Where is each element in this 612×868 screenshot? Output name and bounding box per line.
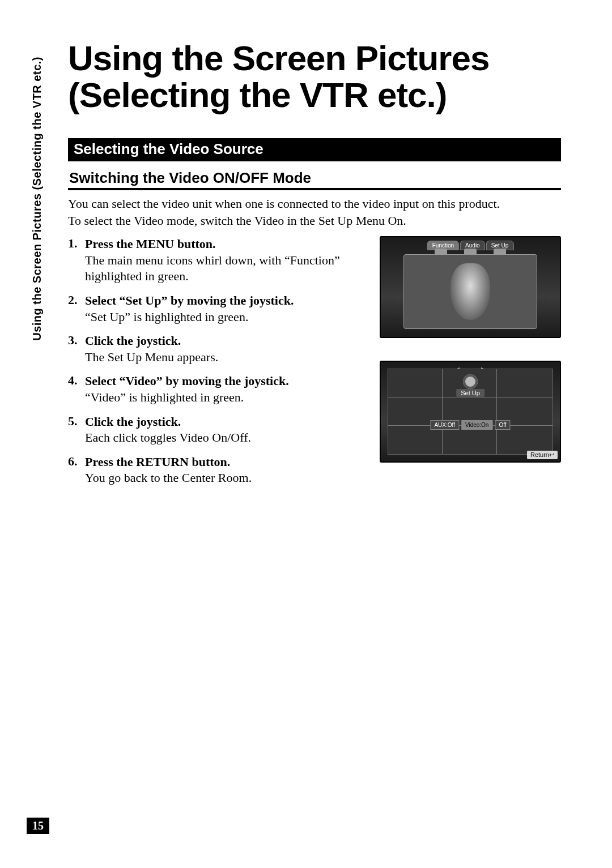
two-column-layout: Press the MENU button. The main menu ico… xyxy=(68,236,561,494)
step-item: Press the RETURN button. You go back to … xyxy=(68,454,365,486)
step-item: Press the MENU button. The main menu ico… xyxy=(68,236,365,285)
steps-list: Press the MENU button. The main menu ico… xyxy=(68,236,365,486)
figure2-setup-label: Set Up xyxy=(456,389,484,397)
step-desc: “Video” is highlighted in green. xyxy=(85,390,365,406)
figure2-opt-video: Video:On xyxy=(461,420,493,430)
manual-page: Using the Screen Pictures (Selecting the… xyxy=(0,0,612,868)
intro-line2: To select the Video mode, switch the Vid… xyxy=(68,213,561,229)
step-desc: You go back to the Center Room. xyxy=(85,470,365,486)
figure2-return-label: Return↩ xyxy=(527,451,558,459)
figure2-opt-aux: AUX:Off xyxy=(430,420,459,430)
step-item: Select “Video” by moving the joystick. “… xyxy=(68,373,365,405)
figure2-options: AUX:Off Video:On Off xyxy=(430,420,510,430)
intro-line1: You can select the video unit when one i… xyxy=(68,196,561,212)
step-desc: Each click toggles Video On/Off. xyxy=(85,430,365,446)
figure1-preview-panel xyxy=(403,254,537,329)
steps-column: Press the MENU button. The main menu ico… xyxy=(68,236,365,494)
subsection-title: Switching the Video ON/OFF Mode xyxy=(68,169,561,190)
page-number: 15 xyxy=(27,818,49,834)
step-item: Click the joystick. The Set Up Menu appe… xyxy=(68,333,365,365)
gear-icon xyxy=(463,374,478,389)
page-content: Using the Screen Pictures (Selecting the… xyxy=(68,40,561,494)
step-title: Select “Set Up” by moving the joystick. xyxy=(85,293,365,309)
figure-setup-menu: ◄ ► Set Up AUX:Off Video:On Off Return↩ xyxy=(380,361,561,463)
figure2-opt-off: Off xyxy=(495,420,510,430)
step-desc: The main menu icons whirl down, with “Fu… xyxy=(85,253,365,285)
step-title: Press the MENU button. xyxy=(85,236,365,253)
intro-text: You can select the video unit when one i… xyxy=(68,196,561,228)
step-title: Press the RETURN button. xyxy=(85,454,365,471)
step-title: Click the joystick. xyxy=(85,333,365,349)
step-item: Click the joystick. Each click toggles V… xyxy=(68,414,365,446)
step-desc: “Set Up” is highlighted in green. xyxy=(85,309,365,326)
side-tab-label: Using the Screen Pictures (Selecting the… xyxy=(31,57,46,341)
figure-main-menu: Function Audio Set Up xyxy=(380,236,561,338)
section-title: Selecting the Video Source xyxy=(68,138,561,161)
step-title: Click the joystick. xyxy=(85,414,365,430)
step-item: Select “Set Up” by moving the joystick. … xyxy=(68,293,365,325)
page-title-line2: (Selecting the VTR etc.) xyxy=(68,75,447,114)
page-title-line1: Using the Screen Pictures xyxy=(68,39,489,78)
page-title: Using the Screen Pictures (Selecting the… xyxy=(68,40,561,113)
step-title: Select “Video” by moving the joystick. xyxy=(85,373,365,390)
figure-column: Function Audio Set Up ◄ ► xyxy=(380,236,561,494)
step-desc: The Set Up Menu appears. xyxy=(85,349,365,366)
